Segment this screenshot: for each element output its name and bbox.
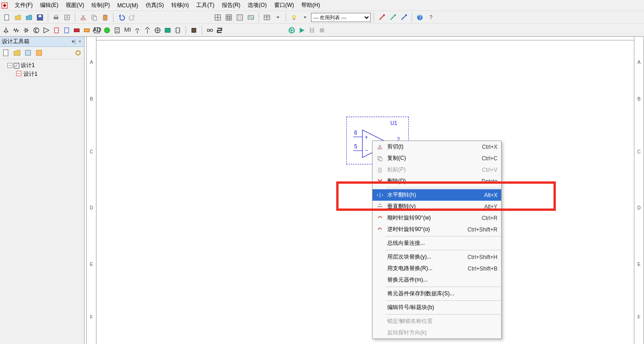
collapse-icon[interactable]: − [7, 63, 12, 68]
grid1-icon[interactable] [213, 12, 223, 23]
comp-elecmech-icon[interactable] [153, 26, 162, 34]
run-icon[interactable] [298, 26, 306, 34]
comp-mcu-icon[interactable] [190, 26, 198, 34]
probe1-icon[interactable] [377, 12, 387, 23]
new-icon[interactable] [2, 12, 12, 23]
design-tree: − ✓ 设计1 设计1 [0, 59, 84, 80]
comp-opamp-icon[interactable] [42, 26, 51, 34]
ctx-edit-symbol[interactable]: 编辑符号/标题块(b) [373, 302, 501, 313]
ctx-cut[interactable]: 剪切(t) Ctrl+X [373, 141, 501, 152]
checkbox-icon[interactable]: ✓ [14, 63, 19, 68]
sb-layout-icon[interactable] [35, 49, 43, 57]
sidebar-close-icon[interactable]: × [78, 39, 82, 45]
sb-open-icon[interactable] [13, 49, 21, 57]
comp-cmos-icon[interactable] [62, 26, 71, 34]
comp-ttl-icon[interactable] [52, 26, 61, 34]
print-icon[interactable] [51, 12, 61, 23]
menu-edit[interactable]: 编辑(E) [36, 0, 62, 10]
ctx-bus-vector[interactable]: 总线向量连接... [373, 237, 501, 249]
menu-report[interactable]: 报告(R) [218, 0, 244, 10]
svg-rect-30 [74, 28, 79, 32]
comp-ni-icon[interactable] [164, 26, 172, 34]
comp-source-icon[interactable] [2, 26, 10, 34]
ctx-replace-subcircuit[interactable]: 用支电路替换(R)... Ctrl+Shift+B [373, 263, 501, 274]
scope-icon[interactable] [246, 12, 256, 23]
svg-rect-15 [226, 15, 232, 20]
comp-misc1-icon[interactable] [73, 26, 81, 34]
menu-window[interactable]: 窗口(W) [271, 0, 298, 10]
ctx-rotate-cw[interactable]: 顺时针旋转90°(w) Ctrl+R [373, 212, 501, 224]
comp-rf1-icon[interactable] [133, 26, 141, 34]
svg-rect-17 [248, 16, 254, 19]
menu-simulate[interactable]: 仿真(S) [142, 0, 168, 10]
hier-icon[interactable] [206, 26, 214, 34]
preview-icon[interactable] [62, 12, 72, 23]
svg-point-21 [383, 14, 385, 16]
open-icon[interactable] [13, 12, 23, 23]
comp-resistor-icon[interactable] [12, 26, 20, 34]
ctx-flip-vertical[interactable]: 垂直翻转(v) Alt+Y [373, 201, 501, 212]
stop-icon[interactable] [318, 26, 326, 34]
comp-power-icon[interactable] [113, 26, 121, 34]
svg-rect-48 [25, 50, 30, 55]
menu-mcu[interactable]: MCU(M) [113, 1, 141, 10]
delete-icon [374, 178, 385, 185]
pause-icon[interactable] [308, 26, 316, 34]
help2-icon[interactable]: ? [426, 12, 436, 23]
redo-icon[interactable] [127, 12, 137, 23]
comp-rf2-icon[interactable] [143, 26, 152, 34]
menu-file[interactable]: 文件(F) [11, 0, 36, 10]
sb-refresh-icon[interactable] [74, 49, 82, 57]
schematic-icon [16, 70, 22, 78]
save-icon[interactable] [35, 12, 45, 23]
bus-icon[interactable] [216, 26, 224, 34]
sidebar-dropdown-icon[interactable]: ▾| [71, 39, 77, 45]
ctx-rotate-ccw[interactable]: 逆时针旋转90°(o) Ctrl+Shift+R [373, 224, 501, 235]
toolbar-components: AD MISC [0, 24, 644, 37]
undo-icon[interactable] [116, 12, 126, 23]
menu-options[interactable]: 选项(O) [244, 0, 270, 10]
ctx-save-db[interactable]: 将元器件保存到数据库(S)... [373, 288, 501, 299]
ctx-flip-horizontal[interactable]: 水平翻转(h) Alt+X [373, 189, 501, 201]
comp-connector-icon[interactable] [174, 26, 182, 34]
comp-diode-icon[interactable] [22, 26, 30, 34]
tree-root[interactable]: − ✓ 设计1 [1, 61, 83, 70]
ctx-copy[interactable]: 复制(C) Ctrl+C [373, 152, 501, 164]
menu-draw[interactable]: 绘制(P) [88, 0, 113, 10]
sidebar-toolbar [0, 47, 84, 59]
ctx-replace-hier[interactable]: 用层次块替换(y)... Ctrl+Shift+H [373, 251, 501, 263]
copy-icon[interactable] [89, 12, 99, 23]
comp-transistor-icon[interactable] [32, 26, 40, 34]
table-dd-icon[interactable] [273, 12, 283, 23]
comp-indicator-icon[interactable] [103, 26, 111, 34]
menu-transfer[interactable]: 转移(n) [168, 0, 193, 10]
svg-rect-5 [55, 15, 57, 17]
probe3-icon[interactable] [399, 12, 409, 23]
run-settings-icon[interactable] [288, 26, 296, 34]
menu-view[interactable]: 视图(V) [62, 0, 88, 10]
svg-rect-45 [312, 28, 314, 33]
inuse-dropdown[interactable]: --- 在用列表 --- [311, 13, 371, 22]
comp-misc2-icon[interactable] [83, 26, 91, 34]
lamp-dd-icon[interactable] [300, 12, 310, 23]
lamp-icon[interactable] [289, 12, 299, 23]
sb-sheet-icon[interactable] [24, 49, 32, 57]
sb-new-icon[interactable] [2, 49, 10, 57]
grid3-icon[interactable] [235, 12, 245, 23]
tree-child[interactable]: 设计1 [1, 70, 83, 79]
menu-help[interactable]: 帮助(H) [298, 0, 324, 10]
help-icon[interactable]: ? [415, 12, 425, 23]
comp-mixed-icon[interactable]: AD [93, 26, 101, 34]
comp-misc-icon[interactable]: MISC [123, 26, 131, 34]
cut-icon[interactable] [78, 12, 88, 23]
grid2-icon[interactable] [224, 12, 234, 23]
ctx-replace-component[interactable]: 替换元器件(m)... [373, 274, 501, 286]
schematic-canvas[interactable] [96, 40, 634, 344]
ctx-delete[interactable]: 删除(D) Delete [373, 175, 501, 187]
open2-icon[interactable] [24, 12, 34, 23]
table-icon[interactable] [262, 12, 272, 23]
probe2-icon[interactable] [388, 12, 398, 23]
menu-tools[interactable]: 工具(T) [192, 0, 218, 10]
paste-icon[interactable] [100, 12, 110, 23]
svg-rect-40 [192, 28, 196, 32]
